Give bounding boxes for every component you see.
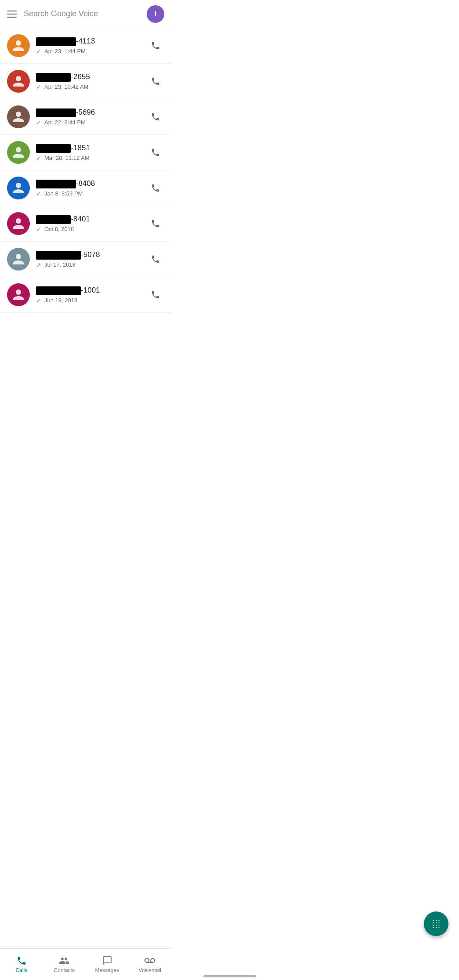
call-type-icon: ✓ bbox=[36, 190, 42, 196]
call-meta: ✓ Mar 28, 11:12 AM bbox=[36, 155, 147, 161]
call-button[interactable] bbox=[147, 250, 164, 268]
header: Search Google Voice i bbox=[0, 0, 171, 28]
call-info: XXXXXXX-1851 ✓ Mar 28, 11:12 AM bbox=[36, 144, 147, 161]
call-timestamp: Apr 22, 3:44 PM bbox=[44, 119, 86, 126]
call-button[interactable] bbox=[147, 144, 164, 161]
call-item[interactable]: XXXXXXXXX-5078 ↗ Jul 17, 2018 bbox=[0, 242, 171, 277]
contact-avatar bbox=[7, 248, 30, 271]
contact-avatar bbox=[7, 105, 30, 128]
call-meta: ✓ Apr 23, 1:44 PM bbox=[36, 48, 147, 54]
contact-avatar bbox=[7, 212, 30, 235]
contact-name: XXXXXXXX-5696 bbox=[36, 108, 147, 117]
call-item[interactable]: XXXXXXXX-4113 ✓ Apr 23, 1:44 PM bbox=[0, 28, 171, 64]
contact-avatar bbox=[7, 34, 30, 57]
call-timestamp: Jun 19, 2018 bbox=[44, 297, 77, 304]
contact-avatar bbox=[7, 177, 30, 199]
call-info: XXXXXXXX-8408 ✓ Jan 8, 3:59 PM bbox=[36, 179, 147, 197]
contact-name: XXXXXXXXX-5078 bbox=[36, 250, 147, 260]
call-meta: ✓ Apr 22, 3:44 PM bbox=[36, 119, 147, 126]
call-item[interactable]: XXXXXXX-1851 ✓ Mar 28, 11:12 AM bbox=[0, 135, 171, 170]
call-button[interactable] bbox=[147, 37, 164, 54]
call-type-icon: ✓ bbox=[36, 226, 42, 232]
call-info: XXXXXXXX-4113 ✓ Apr 23, 1:44 PM bbox=[36, 37, 147, 54]
call-info: XXXXXXXXX-1001 ✓ Jun 19, 2018 bbox=[36, 286, 147, 304]
call-button[interactable] bbox=[147, 286, 164, 304]
call-timestamp: Jul 17, 2018 bbox=[44, 261, 76, 268]
call-button[interactable] bbox=[147, 179, 164, 197]
call-item[interactable]: XXXXXXXXX-1001 ✓ Jun 19, 2018 bbox=[0, 277, 171, 313]
call-timestamp: Apr 23, 10:42 AM bbox=[44, 83, 88, 90]
call-meta: ↗ Jul 17, 2018 bbox=[36, 261, 147, 268]
contact-name: XXXXXXX-2655 bbox=[36, 72, 147, 82]
call-button[interactable] bbox=[147, 108, 164, 126]
contact-name: XXXXXXX-1851 bbox=[36, 144, 147, 153]
call-type-icon: ✓ bbox=[36, 119, 42, 125]
call-item[interactable]: XXXXXXX-8401 ✓ Oct 8, 2018 bbox=[0, 206, 171, 242]
call-meta: ✓ Oct 8, 2018 bbox=[36, 226, 147, 232]
call-type-icon: ✓ bbox=[36, 297, 42, 303]
call-item[interactable]: XXXXXXXX-8408 ✓ Jan 8, 3:59 PM bbox=[0, 170, 171, 206]
menu-icon[interactable] bbox=[7, 11, 17, 18]
call-info: XXXXXXX-8401 ✓ Oct 8, 2018 bbox=[36, 215, 147, 232]
call-timestamp: Oct 8, 2018 bbox=[44, 226, 74, 232]
search-bar[interactable]: Search Google Voice bbox=[24, 9, 147, 18]
contact-avatar bbox=[7, 70, 30, 93]
call-timestamp: Jan 8, 3:59 PM bbox=[44, 190, 83, 197]
contact-name: XXXXXXXX-4113 bbox=[36, 37, 147, 46]
contact-name: XXXXXXXX-8408 bbox=[36, 179, 147, 188]
contact-avatar bbox=[7, 283, 30, 306]
call-button[interactable] bbox=[147, 215, 164, 232]
call-type-icon: ✓ bbox=[36, 155, 42, 161]
call-button[interactable] bbox=[147, 72, 164, 90]
call-timestamp: Apr 23, 1:44 PM bbox=[44, 48, 86, 54]
call-info: XXXXXXXX-5696 ✓ Apr 22, 3:44 PM bbox=[36, 108, 147, 126]
call-meta: ✓ Jan 8, 3:59 PM bbox=[36, 190, 147, 197]
call-timestamp: Mar 28, 11:12 AM bbox=[44, 155, 90, 161]
contact-name: XXXXXXXXX-1001 bbox=[36, 286, 147, 295]
contact-avatar bbox=[7, 141, 30, 164]
call-meta: ✓ Jun 19, 2018 bbox=[36, 297, 147, 304]
contact-name: XXXXXXX-8401 bbox=[36, 215, 147, 224]
call-type-icon: ↗ bbox=[36, 261, 42, 268]
account-avatar[interactable]: i bbox=[147, 5, 164, 23]
call-info: XXXXXXXXX-5078 ↗ Jul 17, 2018 bbox=[36, 250, 147, 268]
call-list: XXXXXXXX-4113 ✓ Apr 23, 1:44 PM XXXXXXX-… bbox=[0, 28, 171, 313]
call-type-icon: ✓ bbox=[36, 48, 42, 54]
call-item[interactable]: XXXXXXX-2655 ✓ Apr 23, 10:42 AM bbox=[0, 64, 171, 99]
main-content: XXXXXXXX-4113 ✓ Apr 23, 1:44 PM XXXXXXX-… bbox=[0, 28, 171, 348]
call-info: XXXXXXX-2655 ✓ Apr 23, 10:42 AM bbox=[36, 72, 147, 90]
call-meta: ✓ Apr 23, 10:42 AM bbox=[36, 83, 147, 90]
call-item[interactable]: XXXXXXXX-5696 ✓ Apr 22, 3:44 PM bbox=[0, 99, 171, 135]
call-type-icon: ✓ bbox=[36, 83, 42, 90]
